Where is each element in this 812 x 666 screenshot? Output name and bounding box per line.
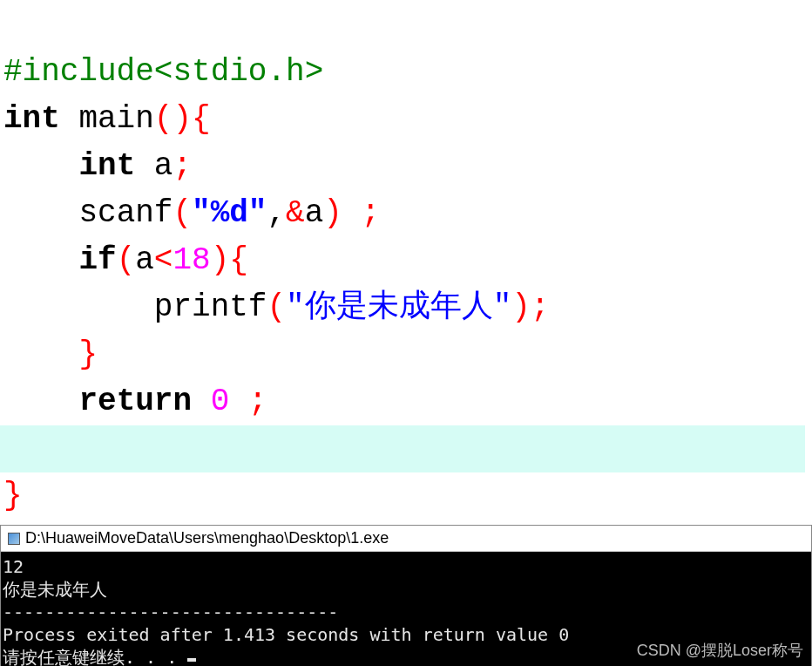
- preprocessor-directive: #include<stdio.h>: [3, 54, 323, 90]
- code-line-4: scanf("%d",&a) ;: [3, 195, 380, 231]
- console-title-bar[interactable]: D:\HuaweiMoveData\Users\menghao\Desktop\…: [1, 526, 811, 552]
- console-result-line: 你是未成年人: [3, 579, 107, 600]
- code-line-2: int main(){: [3, 101, 211, 137]
- code-line-9-current: [0, 425, 805, 472]
- code-line-7: }: [3, 336, 98, 372]
- console-prompt-line: 请按任意键继续. . .: [3, 647, 187, 666]
- code-line-6: printf("你是未成年人");: [3, 289, 550, 325]
- code-editor[interactable]: #include<stdio.h> int main(){ int a; sca…: [0, 0, 812, 521]
- console-exit-line: Process exited after 1.413 seconds with …: [3, 624, 569, 645]
- code-line-8: return 0 ;: [3, 384, 267, 419]
- code-line-1: #include<stdio.h>: [3, 54, 323, 90]
- code-line-10: }: [3, 478, 23, 513]
- watermark-text: CSDN @摆脱Loser称号: [637, 640, 803, 661]
- console-title-text: D:\HuaweiMoveData\Users\menghao\Desktop\…: [25, 529, 389, 547]
- code-line-3: int a;: [3, 148, 192, 184]
- console-input-line: 12: [3, 556, 24, 577]
- console-app-icon: [8, 533, 20, 545]
- console-separator-line: --------------------------------: [3, 601, 338, 622]
- code-line-5: if(a<18){: [3, 242, 248, 278]
- cursor-icon: [187, 658, 196, 662]
